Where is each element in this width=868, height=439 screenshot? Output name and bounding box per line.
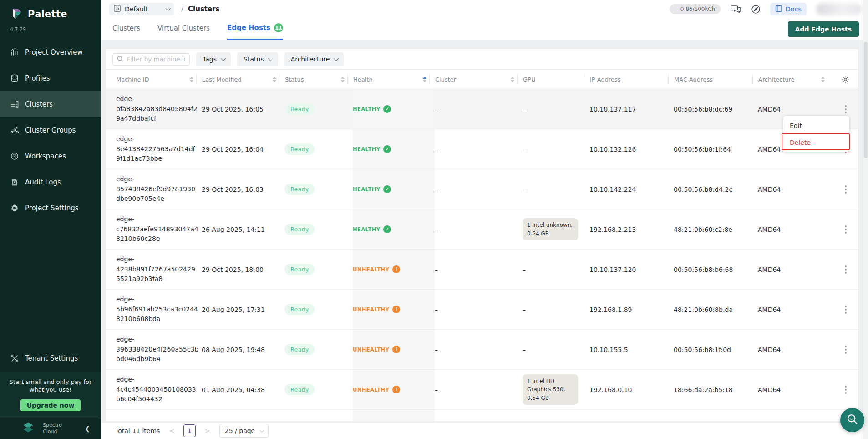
sidebar-item-audit-logs[interactable]: Audit Logs [0, 169, 101, 195]
machine-id-link[interactable]: edge-8e41384227563a7d14df9f1d1ac73bbe [116, 134, 199, 164]
table-row[interactable]: edge-c76832aefe914893047a48210b60c28e26 … [106, 209, 858, 250]
table-row[interactable]: edge-8e41384227563a7d14df9f1d1ac73bbe29 … [106, 129, 858, 169]
palette-logo: Palette [0, 0, 101, 22]
machine-id-link[interactable]: edge-bfa83842a83d8405804f29a47ddbafcf [116, 94, 199, 124]
tab-virtual-clusters[interactable]: Virtual Clusters [157, 24, 210, 40]
sidebar-item-clusters[interactable]: Clusters [0, 91, 101, 117]
status-badge: Ready [284, 143, 315, 155]
column-header-machine-id[interactable]: Machine ID [116, 75, 202, 84]
palette-app: Palette 4.7.29 Project OverviewProfilesC… [0, 0, 868, 439]
row-actions-kebab-icon[interactable] [843, 384, 848, 396]
chevron-down-icon [221, 56, 226, 61]
filter-status-dropdown[interactable]: Status [237, 52, 278, 66]
column-settings-gear-icon[interactable] [833, 75, 858, 84]
tools-icon [10, 354, 19, 362]
next-page-chevron-icon[interactable]: > [204, 427, 211, 434]
scrollbar-thumb[interactable] [864, 42, 868, 158]
row-actions-kebab-icon[interactable] [843, 344, 848, 356]
upgrade-now-button[interactable]: Upgrade now [20, 399, 81, 411]
status-badge: Ready [284, 304, 315, 315]
page-scrollbar[interactable] [863, 0, 868, 439]
row-actions-kebab-icon[interactable] [843, 103, 848, 115]
machine-id-filter-input[interactable] [127, 56, 185, 63]
bar-chart-icon [114, 5, 121, 14]
previous-page-chevron-icon[interactable]: < [168, 427, 175, 434]
filter-tags-dropdown[interactable]: Tags [196, 52, 231, 66]
table-row[interactable]: edge-396338420e4f260a55c3bbd046db9b6408 … [106, 330, 858, 370]
add-edge-hosts-button[interactable]: Add Edge Hosts [788, 21, 859, 37]
check-circle-icon: ✓ [383, 105, 391, 113]
status-badge: Ready [284, 344, 315, 355]
column-header-last-modified[interactable]: Last Modified [196, 75, 284, 84]
sort-icon[interactable] [423, 77, 426, 82]
filter-architecture-dropdown[interactable]: Architecture [284, 52, 344, 66]
sidebar: Palette 4.7.29 Project OverviewProfilesC… [0, 0, 101, 439]
menu-item-edit[interactable]: Edit [783, 117, 849, 134]
docs-button[interactable]: Docs [770, 3, 807, 15]
row-actions-kebab-icon[interactable] [843, 304, 848, 316]
row-actions-kebab-icon[interactable] [843, 264, 848, 276]
search-box[interactable] [112, 53, 190, 66]
last-modified-value: 29 Oct 2025, 16:04 [202, 146, 264, 153]
chevron-down-icon [259, 428, 264, 433]
sidebar-item-workspaces[interactable]: Workspaces [0, 143, 101, 169]
column-header-cluster[interactable]: Cluster [429, 75, 523, 84]
project-selector[interactable]: Default [109, 3, 174, 15]
table-row[interactable]: edge-bfa83842a83d8405804f29a47ddbafcf29 … [106, 89, 858, 129]
tabs: ClustersVirtual ClustersEdge Hosts11 [112, 16, 283, 40]
tab-clusters[interactable]: Clusters [112, 24, 140, 40]
project-selector-value: Default [125, 5, 148, 13]
sort-icon[interactable] [341, 77, 345, 82]
architecture-value: AMD64 [758, 346, 781, 353]
menu-item-delete[interactable]: Delete [783, 134, 849, 151]
machine-id-link[interactable]: edge-4238b891f7267a5024295521a92b3fa8 [116, 255, 199, 284]
collapse-sidebar-chevron-icon[interactable]: ❮ [85, 425, 90, 432]
page-header: Default / Clusters 0.86/100kCh [101, 0, 868, 40]
chat-icon[interactable] [730, 5, 741, 14]
health-badge: UNHEALTHY! [353, 265, 400, 273]
page-size-select[interactable]: 25 / page [219, 424, 269, 438]
sort-icon[interactable] [511, 77, 514, 82]
column-header-status[interactable]: Status [279, 75, 353, 84]
page-number-button[interactable]: 1 [183, 424, 196, 437]
cluster-value: – [435, 186, 438, 193]
gpu-value: – [523, 146, 526, 153]
sort-icon[interactable] [190, 77, 193, 82]
machine-id-link[interactable]: edge-4c4c4544003450108033b6c04f504432 [116, 375, 199, 404]
column-header-architecture[interactable]: Architecture [752, 75, 833, 84]
sort-icon[interactable] [821, 77, 825, 82]
row-actions-kebab-icon[interactable] [843, 184, 848, 195]
table-row[interactable]: edge-4238b891f7267a5024295521a92b3fa829 … [106, 250, 858, 290]
sidebar-item-label: Tenant Settings [25, 354, 78, 362]
table-row[interactable]: edge-4c4c4544003450108033b6c04f50443201 … [106, 370, 858, 410]
sidebar-item-profiles[interactable]: Profiles [0, 65, 101, 91]
table-row[interactable]: edge-857438426ef9d9781930dbe90b705e4e29 … [106, 169, 858, 209]
machine-id-link[interactable]: edge-5b96f691ab253ca3c02448210b608bda [116, 295, 199, 324]
sort-icon[interactable] [273, 77, 276, 82]
tab-edge-hosts[interactable]: Edge Hosts11 [227, 23, 283, 40]
sidebar-item-project-overview[interactable]: Project Overview [0, 39, 101, 65]
table-row[interactable]: edge-5b96f691ab253ca3c02448210b608bda20 … [106, 290, 858, 330]
machine-id-link[interactable]: edge-c76832aefe914893047a48210b60c28e [116, 214, 199, 244]
main-area: Default / Clusters 0.86/100kCh [101, 0, 868, 439]
row-actions-kebab-icon[interactable] [843, 224, 848, 235]
gpu-value: – [523, 266, 526, 273]
sidebar-footer: Spectro Cloud ❮ [0, 418, 101, 439]
health-badge: HEALTHY✓ [353, 225, 391, 233]
sidebar-item-cluster-groups[interactable]: Cluster Groups [0, 117, 101, 143]
ip-address-value: 10.10.137.120 [589, 266, 636, 273]
last-modified-value: 20 Aug 2025, 17:31 [202, 306, 265, 313]
sidebar-item-project-settings[interactable]: Project Settings [0, 195, 101, 221]
search-icon [117, 55, 123, 64]
machine-id-link[interactable]: edge-857438426ef9d9781930dbe90b705e4e [116, 174, 199, 204]
column-header-health[interactable]: Health [347, 75, 435, 84]
user-menu-blurred[interactable] [816, 3, 862, 15]
partially-visible-row [106, 410, 858, 421]
last-modified-value: 29 Oct 2025, 16:05 [202, 106, 264, 113]
gear-icon [10, 204, 19, 212]
help-widget-button[interactable] [840, 408, 864, 432]
machine-id-link[interactable]: edge-396338420e4f260a55c3bbd046db9b64 [116, 335, 199, 364]
compass-icon[interactable] [751, 5, 761, 14]
sidebar-item-tenant-settings[interactable]: Tenant Settings [0, 346, 101, 372]
table-body: edge-bfa83842a83d8405804f29a47ddbafcf29 … [106, 89, 858, 410]
